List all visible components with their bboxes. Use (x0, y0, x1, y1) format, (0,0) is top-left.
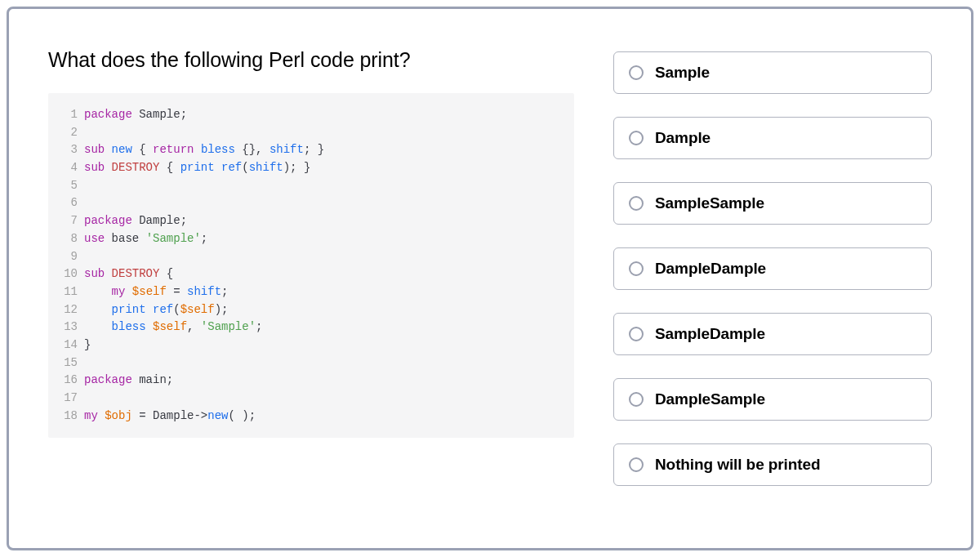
answer-label: DampleSample (655, 390, 765, 408)
line-number: 14 (56, 336, 78, 354)
line-number: 2 (56, 124, 78, 142)
line-content: } (84, 336, 561, 354)
line-content: use base 'Sample'; (84, 230, 561, 248)
answer-option[interactable]: SampleDample (613, 313, 932, 355)
code-line: 3sub new { return bless {}, shift; } (56, 141, 561, 159)
line-content: sub DESTROY { (84, 265, 561, 283)
line-content: package main; (84, 372, 561, 390)
code-block: 1package Sample;23sub new { return bless… (48, 93, 574, 438)
line-number: 1 (56, 106, 78, 124)
code-line: 8use base 'Sample'; (56, 230, 561, 248)
line-number: 6 (56, 194, 78, 212)
question-column: What does the following Perl code print?… (48, 48, 574, 509)
line-content (84, 354, 561, 372)
code-line: 14} (56, 336, 561, 354)
line-content (84, 177, 561, 195)
line-content: sub DESTROY { print ref(shift); } (84, 159, 561, 177)
line-number: 11 (56, 283, 78, 301)
code-line: 15 (56, 354, 561, 372)
code-line: 6 (56, 194, 561, 212)
answer-label: SampleDample (655, 325, 765, 343)
line-number: 9 (56, 248, 78, 266)
code-line: 5 (56, 177, 561, 195)
radio-icon (629, 327, 644, 341)
code-line: 13 bless $self, 'Sample'; (56, 319, 561, 336)
line-content: my $self = shift; (84, 283, 561, 301)
line-number: 12 (56, 301, 78, 319)
code-line: 7package Dample; (56, 212, 561, 230)
answer-label: Dample (655, 129, 710, 147)
answer-option[interactable]: DampleDample (613, 247, 932, 290)
line-content: my $obj = Dample->new( ); (84, 408, 561, 426)
line-content (84, 124, 561, 142)
line-content: sub new { return bless {}, shift; } (84, 141, 561, 159)
line-number: 5 (56, 177, 78, 195)
answer-label: Sample (655, 64, 710, 82)
line-number: 4 (56, 159, 78, 177)
line-number: 16 (56, 372, 78, 390)
line-number: 8 (56, 230, 78, 248)
line-number: 10 (56, 265, 78, 283)
code-line: 4sub DESTROY { print ref(shift); } (56, 159, 561, 177)
line-number: 15 (56, 354, 78, 372)
answers-column: SampleDampleSampleSampleDampleDampleSamp… (613, 48, 932, 509)
line-content (84, 390, 561, 408)
radio-icon (629, 392, 644, 407)
answer-option[interactable]: SampleSample (613, 182, 932, 225)
answer-option[interactable]: Sample (613, 51, 932, 94)
line-content (84, 194, 561, 212)
code-line: 18my $obj = Dample->new( ); (56, 408, 561, 426)
code-line: 2 (56, 124, 561, 142)
line-content: package Sample; (84, 106, 561, 124)
line-content (84, 248, 561, 266)
answer-option[interactable]: DampleSample (613, 378, 932, 421)
code-line: 16package main; (56, 372, 561, 390)
line-number: 17 (56, 390, 78, 408)
answer-label: SampleSample (655, 194, 764, 212)
line-content: print ref($self); (84, 301, 561, 319)
code-line: 10sub DESTROY { (56, 265, 561, 283)
line-number: 3 (56, 141, 78, 159)
code-line: 12 print ref($self); (56, 301, 561, 319)
code-line: 9 (56, 248, 561, 266)
code-line: 17 (56, 390, 561, 408)
answer-label: Nothing will be printed (655, 456, 820, 474)
line-number: 7 (56, 212, 78, 230)
radio-icon (629, 457, 644, 472)
question-title: What does the following Perl code print? (48, 48, 574, 72)
line-content: package Dample; (84, 212, 561, 230)
answer-option[interactable]: Nothing will be printed (613, 443, 932, 486)
answer-label: DampleDample (655, 260, 766, 278)
answer-option[interactable]: Dample (613, 117, 932, 159)
code-line: 11 my $self = shift; (56, 283, 561, 301)
line-number: 18 (56, 408, 78, 426)
line-content: bless $self, 'Sample'; (84, 319, 561, 336)
quiz-frame: What does the following Perl code print?… (7, 7, 973, 550)
radio-icon (629, 131, 644, 145)
radio-icon (629, 65, 644, 80)
line-number: 13 (56, 319, 78, 336)
radio-icon (629, 261, 644, 276)
radio-icon (629, 196, 644, 211)
code-line: 1package Sample; (56, 106, 561, 124)
